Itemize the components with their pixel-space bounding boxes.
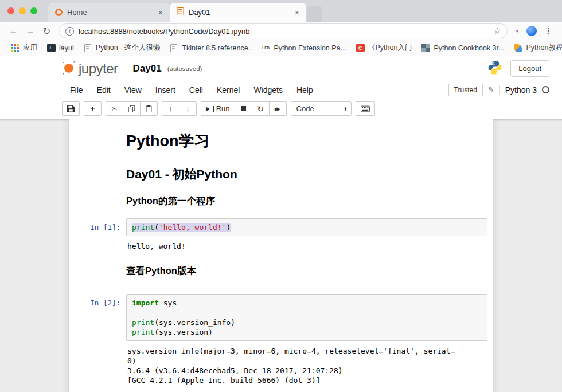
dropdown-arrow-icon[interactable]: ▼ (512, 29, 522, 34)
page-favicon (83, 44, 92, 53)
menu-file[interactable]: File (63, 84, 90, 96)
markdown-cell-day01[interactable]: Day01 - 初始Python (69, 156, 493, 186)
browser-menu-icon[interactable]: ⋮ (541, 26, 556, 36)
select-stepper-icon: ▲▼ (338, 107, 347, 111)
code-cell-1[interactable]: In [1]: print('hello, world!') (69, 215, 493, 239)
markdown-cell-version[interactable]: 查看Python版本 (69, 254, 493, 281)
token-plain: (sys.version_info) (154, 318, 235, 327)
menu-cell[interactable]: Cell (182, 84, 210, 96)
bookmark-cookbook[interactable]: Python Cookbook 3r... (416, 42, 509, 54)
interrupt-kernel-button[interactable] (235, 101, 252, 116)
restart-kernel-button[interactable]: ↻ (252, 101, 270, 116)
notebook-container: Python学习 Day01 - 初始Python Python的第一个程序 I… (69, 119, 493, 392)
tab-label: Day01 (189, 8, 289, 17)
input-prompt: In [2]: (69, 294, 126, 341)
omnibox[interactable]: i localhost:8888/notebooks/PythonCode/Da… (59, 23, 508, 38)
scissors-icon: ✂ (111, 105, 117, 112)
forward-icon[interactable]: → (22, 23, 38, 39)
new-tab-button[interactable] (307, 6, 322, 22)
bookmark-python-extensions[interactable]: LFD Python Extension Pa... (257, 42, 351, 54)
bookmark-layui[interactable]: L layui (42, 42, 79, 54)
cut-cell-button[interactable]: ✂ (106, 101, 123, 116)
command-palette-button[interactable] (356, 101, 375, 116)
arrow-up-icon: ↑ (169, 104, 173, 113)
code-cell-2[interactable]: In [2]: import sys print(sys.version_inf… (69, 291, 493, 344)
close-window-button[interactable] (7, 7, 14, 14)
save-button[interactable] (62, 101, 80, 116)
bookmark-python-tutorial[interactable]: Python教程 (509, 41, 562, 54)
bookmark-python-blog[interactable]: Python - 这个人很懒 (79, 41, 165, 54)
bookmark-tkinter[interactable]: Tkinter 8.5 reference.. (165, 42, 256, 54)
blank-line (132, 308, 482, 317)
move-cell-down-button[interactable]: ↓ (179, 101, 197, 116)
code-input[interactable]: import sys print(sys.version_info) print… (126, 294, 487, 341)
copy-cell-button[interactable] (123, 101, 140, 116)
menu-edit[interactable]: Edit (90, 84, 118, 96)
prompt-spacer (69, 187, 126, 210)
bookmark-label: Python Extension Pa... (274, 44, 346, 52)
reload-icon[interactable]: ↻ (39, 23, 54, 39)
tab-home[interactable]: Home × (48, 3, 170, 22)
token-builtin: print (132, 318, 154, 327)
bookmark-apps[interactable]: 应用 (6, 41, 42, 54)
url-text[interactable]: localhost:8888/notebooks/PythonCode/Day0… (79, 27, 489, 36)
cell-type-select[interactable]: Code ▲▼ (291, 101, 352, 116)
token-punct: ) (226, 223, 231, 232)
prompt-spacer (69, 128, 126, 155)
token-string: 'hello, world!' (159, 223, 226, 232)
close-tab-icon[interactable]: × (294, 7, 300, 18)
doc-favicon (169, 44, 178, 53)
fast-forward-icon: ▶▶ (275, 106, 281, 112)
bookmark-label: Python - 这个人很懒 (96, 43, 161, 53)
run-cell-button[interactable]: ▶Run (201, 101, 235, 116)
tab-day01[interactable]: Day01 × (170, 3, 306, 22)
code-input[interactable]: print('hello, world!') (126, 218, 487, 236)
kernel-idle-icon (542, 86, 549, 93)
window-controls (7, 7, 37, 14)
token-builtin: print (132, 223, 154, 232)
browser-window: Home × Day01 × ← → ↻ i localhost:8888/no… (0, 0, 562, 392)
heading-3: 查看Python版本 (126, 265, 487, 277)
menu-view[interactable]: View (118, 84, 149, 96)
zoom-window-button[interactable] (30, 7, 37, 14)
checkpoint-status: (autosaved) (167, 65, 202, 72)
notebook-title[interactable]: Day01 (133, 63, 162, 75)
bookmark-label: 应用 (23, 43, 37, 53)
apps-grid-icon (10, 44, 19, 53)
back-icon[interactable]: ← (6, 23, 21, 39)
minimize-window-button[interactable] (19, 7, 26, 14)
restart-icon: ↻ (257, 105, 264, 113)
menu-kernel[interactable]: Kernel (210, 84, 247, 96)
header-right: Logout (487, 60, 549, 77)
paste-cell-button[interactable] (140, 101, 158, 116)
jupyter-logo[interactable]: jupyter (61, 60, 118, 78)
edit-title-pencil-icon[interactable]: ✎ (488, 85, 494, 94)
page-info-icon[interactable]: i (65, 27, 74, 36)
tab-label: Home (67, 8, 153, 17)
profile-avatar-icon[interactable] (526, 26, 537, 36)
logout-button[interactable]: Logout (510, 60, 549, 77)
notebook-scroll-area[interactable]: Python学习 Day01 - 初始Python Python的第一个程序 I… (0, 119, 562, 392)
bookmark-label: 《Python入门 (368, 43, 412, 53)
tab-strip: Home × Day01 × (0, 0, 562, 22)
add-cell-button[interactable]: + (84, 101, 102, 116)
bookmark-star-icon[interactable]: ☆ (494, 26, 501, 36)
layui-favicon: L (46, 44, 56, 53)
trusted-button[interactable]: Trusted (448, 84, 483, 96)
keyboard-icon (361, 105, 370, 112)
menu-widgets[interactable]: Widgets (247, 84, 290, 96)
restart-run-all-button[interactable]: ▶▶ (269, 101, 287, 116)
token-plain: (sys.version) (154, 328, 213, 336)
output-text: sys.version_info(major=3, minor=6, micro… (126, 346, 487, 356)
markdown-cell-title[interactable]: Python学习 (69, 127, 493, 156)
close-tab-icon[interactable]: × (157, 7, 164, 18)
prompt-spacer (69, 157, 126, 185)
menu-insert[interactable]: Insert (149, 84, 182, 96)
move-cell-up-button[interactable]: ↑ (162, 101, 179, 116)
stop-icon (241, 106, 246, 111)
play-icon: ▶ (206, 106, 210, 112)
markdown-cell-first-program[interactable]: Python的第一个程序 (69, 186, 493, 211)
bookmark-python-intro[interactable]: C 《Python入门 (351, 41, 416, 54)
menu-help[interactable]: Help (290, 84, 320, 96)
kernel-name: Python 3 (505, 85, 537, 95)
